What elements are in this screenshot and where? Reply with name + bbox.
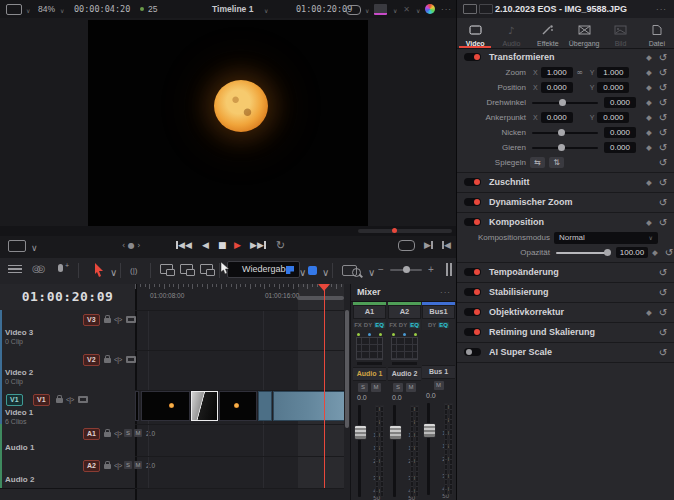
- value-input[interactable]: 0.000: [604, 127, 636, 138]
- tab-video[interactable]: Video: [457, 18, 493, 48]
- reset-icon[interactable]: ↺: [662, 247, 674, 258]
- track-header-v1[interactable]: V1V1<|>Video 16 Clips: [0, 390, 135, 425]
- param-slider[interactable]: [556, 252, 610, 254]
- keyframe-diamond-icon[interactable]: ◆: [642, 83, 656, 92]
- clip-info-icon[interactable]: [463, 4, 477, 14]
- selected-clip[interactable]: [191, 391, 218, 421]
- solo-button[interactable]: S: [393, 383, 403, 392]
- auto-track-selector-icon[interactable]: <|>: [114, 356, 122, 363]
- track-header-a1[interactable]: A1<|>SM2.0Audio 1: [0, 424, 135, 457]
- section-enable-toggle[interactable]: [464, 328, 481, 336]
- timeline-vertical-scrollbar[interactable]: [345, 310, 349, 428]
- track-badge[interactable]: A1: [83, 428, 100, 440]
- keyframe-diamond-icon[interactable]: ◆: [642, 53, 656, 62]
- reset-icon[interactable]: ↺: [656, 177, 670, 188]
- eq-button[interactable]: EQ: [374, 322, 385, 328]
- fader-track[interactable]: [427, 403, 430, 495]
- section-enable-toggle[interactable]: [464, 308, 481, 316]
- track-badge[interactable]: V2: [83, 354, 100, 366]
- auto-track-selector-icon[interactable]: <|>: [114, 430, 122, 437]
- track-badge[interactable]: V1: [33, 394, 50, 406]
- scrub-playhead[interactable]: [392, 228, 397, 233]
- section-header[interactable]: Dynamischer Zoom↺: [457, 194, 674, 210]
- solo-button[interactable]: S: [124, 429, 132, 437]
- keyframe-diamond-icon[interactable]: ◆: [642, 68, 656, 77]
- shape-overlay-icon[interactable]: [346, 5, 361, 15]
- tab-effekte[interactable]: Effekte: [530, 18, 566, 48]
- viewer-options-icon[interactable]: ···: [441, 5, 452, 14]
- section-header[interactable]: Retiming und Skalierung↺: [457, 324, 674, 340]
- keyframe-diamond-icon[interactable]: ◆: [642, 143, 656, 152]
- timeline-clip[interactable]: [273, 391, 344, 421]
- section-enable-toggle[interactable]: [464, 198, 481, 206]
- reset-icon[interactable]: ↺: [656, 267, 670, 278]
- chevron-down-icon[interactable]: ∨: [393, 7, 397, 14]
- fader-handle[interactable]: [423, 423, 436, 438]
- section-header[interactable]: Komposition◆↺: [457, 214, 674, 230]
- jog-control[interactable]: ‹ ● ›: [122, 241, 140, 250]
- zoom-in-icon[interactable]: +: [428, 264, 434, 275]
- section-header[interactable]: Transformieren◆↺: [457, 49, 674, 65]
- tab-audio[interactable]: ♪Audio: [493, 18, 529, 48]
- reset-icon[interactable]: ↺: [656, 52, 670, 63]
- overwrite-clip-icon[interactable]: [180, 264, 193, 274]
- reset-icon[interactable]: ↺: [656, 197, 670, 208]
- marker-icon[interactable]: [308, 266, 317, 275]
- solo-button[interactable]: S: [124, 461, 132, 469]
- lock-icon[interactable]: [104, 432, 111, 437]
- keyframe-diamond-icon[interactable]: ◆: [642, 98, 656, 107]
- link-xy-icon[interactable]: ∞: [573, 68, 587, 77]
- magnifier-icon[interactable]: [352, 268, 361, 277]
- track-badge[interactable]: V3: [83, 314, 100, 326]
- prev-edit-icon[interactable]: ◀: [442, 240, 451, 250]
- tab-bergang[interactable]: Übergang: [566, 18, 602, 48]
- track-badge[interactable]: A2: [83, 460, 100, 472]
- camera-lut-icon[interactable]: [374, 4, 387, 15]
- timeline-info-icon[interactable]: [479, 4, 493, 14]
- value-x-input[interactable]: 0.000: [541, 112, 573, 123]
- replace-clip-icon[interactable]: [200, 264, 213, 274]
- section-enable-toggle[interactable]: [464, 53, 481, 61]
- auto-track-selector-icon[interactable]: <|>: [66, 396, 74, 403]
- eq-button[interactable]: EQ: [409, 322, 420, 328]
- value-input[interactable]: 100.00: [616, 247, 648, 258]
- keyframe-diamond-icon[interactable]: ◆: [642, 308, 656, 317]
- viewer-mode-icon[interactable]: [8, 240, 26, 252]
- voiceover-mic-icon[interactable]: [58, 264, 63, 272]
- keyframe-diamond-icon[interactable]: ◆: [642, 113, 656, 122]
- playhead[interactable]: [324, 284, 325, 488]
- lock-icon[interactable]: [104, 464, 111, 469]
- full-extent-zoom-icon[interactable]: [446, 263, 448, 276]
- fx-button[interactable]: FX: [389, 322, 397, 328]
- go-to-end-button[interactable]: ▶▶: [250, 240, 266, 250]
- fader-track[interactable]: [358, 405, 361, 497]
- value-x-input[interactable]: 0.000: [541, 82, 573, 93]
- zoom-slider-handle[interactable]: [403, 266, 410, 273]
- param-slider[interactable]: [532, 102, 598, 104]
- flip-horizontal-button[interactable]: ⇆: [530, 157, 545, 168]
- section-enable-toggle[interactable]: [464, 178, 481, 186]
- keyframe-diamond-icon[interactable]: ◆: [648, 248, 662, 257]
- inspector-options-icon[interactable]: ···: [656, 5, 667, 14]
- param-slider[interactable]: [532, 132, 598, 134]
- transform-overlay-icon[interactable]: ✕: [402, 5, 411, 14]
- keyframe-diamond-icon[interactable]: ◆: [642, 128, 656, 137]
- reset-icon[interactable]: ↺: [656, 112, 670, 123]
- zoom-level-dropdown[interactable]: 84%: [38, 4, 55, 14]
- fader-track[interactable]: [393, 405, 396, 497]
- auto-track-selector-icon[interactable]: <|>: [114, 316, 122, 323]
- mixer-options-icon[interactable]: ···: [440, 288, 451, 297]
- section-enable-toggle[interactable]: [464, 348, 481, 356]
- fader-handle[interactable]: [389, 425, 402, 440]
- track-header-a2[interactable]: A2<|>SM2.0Audio 2: [0, 456, 135, 489]
- chevron-down-icon[interactable]: ∨: [299, 267, 306, 278]
- timeline-clip[interactable]: [219, 391, 257, 421]
- value-input[interactable]: 0.000: [604, 97, 636, 108]
- mute-button[interactable]: M: [434, 381, 444, 390]
- value-y-input[interactable]: 1.000: [597, 67, 629, 78]
- track-header-v3[interactable]: V3<|>Video 30 Clip: [0, 310, 135, 351]
- section-header[interactable]: Tempoänderung↺: [457, 264, 674, 280]
- fader-handle[interactable]: [354, 425, 367, 440]
- insert-clip-icon[interactable]: [160, 264, 173, 274]
- section-enable-toggle[interactable]: [464, 288, 481, 296]
